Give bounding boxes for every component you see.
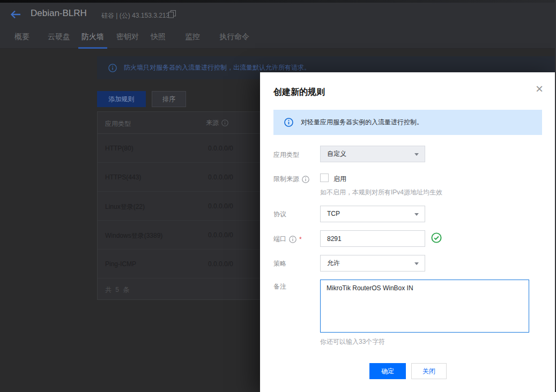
modal-banner-text: 对轻量应用服务器实例的入流量进行控制。 xyxy=(301,118,423,127)
remark-label: 备注 xyxy=(273,282,286,291)
required-asterisk: * xyxy=(299,236,302,243)
screen: Debian-BLRH 硅谷 | (公) 43.153.3.213 概要 云硬盘… xyxy=(0,0,556,392)
chevron-down-icon xyxy=(414,213,419,216)
policy-value: 允许 xyxy=(327,259,340,267)
tab-firewall[interactable]: 防火墙 xyxy=(81,32,104,42)
back-button[interactable] xyxy=(9,8,23,22)
port-input[interactable] xyxy=(320,230,425,247)
info-icon xyxy=(284,118,293,127)
policy-label: 策略 xyxy=(273,259,286,268)
cell-source: 0.0.0.0/0 xyxy=(208,174,233,181)
cell-app-type: Ping-ICMP xyxy=(105,260,136,268)
remark-textarea[interactable]: MikroTik RouterOS WinBox IN xyxy=(320,280,529,333)
info-icon[interactable] xyxy=(221,119,228,126)
instance-name: Debian-BLRH xyxy=(31,8,87,19)
sort-button[interactable]: 排序 xyxy=(152,91,186,107)
source-limit-hint: 如不启用，本规则对所有IPv4源地址均生效 xyxy=(320,188,442,197)
cell-app-type: HTTPS(443) xyxy=(105,174,141,181)
info-icon[interactable] xyxy=(289,236,296,243)
copy-icon[interactable] xyxy=(168,10,176,19)
tab-snapshot[interactable]: 快照 xyxy=(151,32,166,42)
close-button[interactable]: 关闭 xyxy=(411,363,447,379)
protocol-label: 协议 xyxy=(273,210,286,219)
tab-monitor[interactable]: 监控 xyxy=(185,32,200,42)
cell-source: 0.0.0.0/0 xyxy=(208,231,233,239)
char-counter: 你还可以输入33个字符 xyxy=(320,337,385,346)
cell-app-type: HTTP(80) xyxy=(105,145,134,152)
policy-select[interactable]: 允许 xyxy=(320,255,425,272)
enable-checkbox[interactable] xyxy=(320,174,329,182)
app-type-select[interactable]: 自定义 xyxy=(320,146,425,162)
port-label: 端口 * xyxy=(273,235,302,244)
column-header-source: 来源 xyxy=(206,118,228,127)
protocol-select[interactable]: TCP xyxy=(320,206,425,222)
create-rule-modal: 创建新的规则 × 对轻量应用服务器实例的入流量进行控制。 应用类型 自定义 限制… xyxy=(260,72,556,392)
back-arrow-icon xyxy=(9,8,22,21)
app-type-label: 应用类型 xyxy=(273,150,299,160)
chevron-down-icon xyxy=(414,153,419,156)
source-limit-label: 限制来源 xyxy=(273,175,309,184)
add-rule-button[interactable]: 添加规则 xyxy=(97,91,146,107)
info-icon[interactable] xyxy=(302,176,309,183)
close-icon[interactable]: × xyxy=(536,82,543,95)
cell-app-type: Windows登录(3389) xyxy=(105,231,162,240)
firewall-banner-text: 防火墙只对服务器的入流量进行控制，出流量默认允许所有请求。 xyxy=(124,63,310,72)
modal-title: 创建新的规则 xyxy=(273,87,325,98)
tab-run-command[interactable]: 执行命令 xyxy=(219,32,249,42)
cell-app-type: Linux登录(22) xyxy=(105,202,145,212)
app-type-value: 自定义 xyxy=(327,150,346,157)
valid-check-icon xyxy=(431,232,442,243)
cell-source: 0.0.0.0/0 xyxy=(208,202,233,210)
tab-key-pair[interactable]: 密钥对 xyxy=(116,32,139,42)
enable-checkbox-label: 启用 xyxy=(333,175,346,184)
tab-overview[interactable]: 概要 xyxy=(14,32,29,42)
instance-meta: 硅谷 | (公) 43.153.3.213 xyxy=(101,11,169,20)
info-icon xyxy=(108,64,117,72)
column-header-app-type: 应用类型 xyxy=(105,119,131,129)
tab-cloud-disk[interactable]: 云硬盘 xyxy=(48,32,70,42)
page-header: Debian-BLRH 硅谷 | (公) 43.153.3.213 概要 云硬盘… xyxy=(0,0,556,49)
cell-source: 0.0.0.0/0 xyxy=(208,145,233,152)
modal-info-banner: 对轻量应用服务器实例的入流量进行控制。 xyxy=(273,110,542,135)
protocol-value: TCP xyxy=(327,210,340,217)
top-edge-strip xyxy=(0,0,556,3)
cell-source: 0.0.0.0/0 xyxy=(208,260,233,268)
total-count-text: 共 5 条 xyxy=(105,285,130,295)
confirm-button[interactable]: 确定 xyxy=(369,363,406,379)
chevron-down-icon xyxy=(414,262,419,265)
